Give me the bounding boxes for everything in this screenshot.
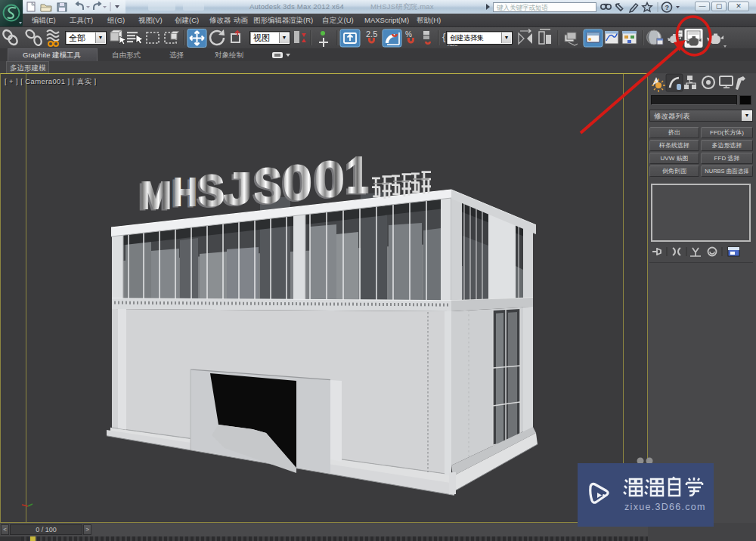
- svg-text:J: J: [224, 163, 253, 214]
- svg-text:S: S: [198, 166, 225, 215]
- svg-text:%: %: [405, 30, 412, 39]
- svg-text:1: 1: [346, 146, 369, 204]
- svg-text:S: S: [254, 159, 282, 213]
- svg-text:0: 0: [283, 155, 312, 210]
- svg-text:0: 0: [314, 150, 345, 207]
- svg-text:M: M: [140, 175, 172, 217]
- svg-text:?: ?: [665, 4, 670, 11]
- svg-text:2.5: 2.5: [366, 29, 377, 39]
- svg-text:H: H: [173, 170, 197, 214]
